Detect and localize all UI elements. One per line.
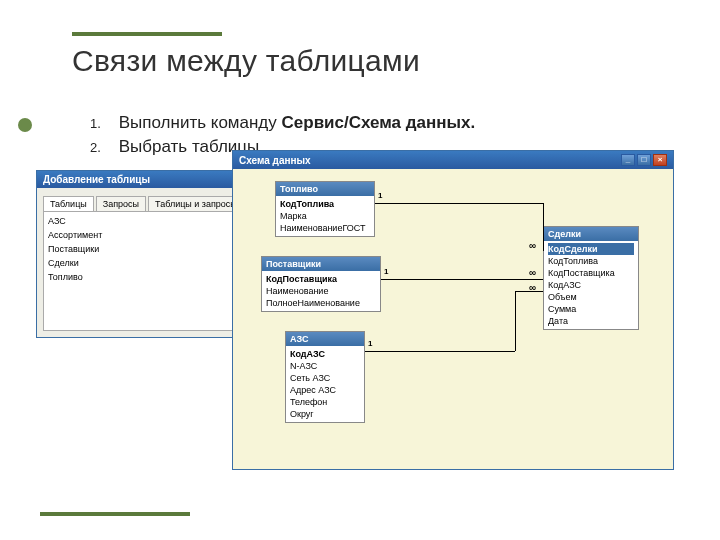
table-header[interactable]: Поставщики bbox=[262, 257, 380, 271]
table-header[interactable]: АЗС bbox=[286, 332, 364, 346]
cardinality-many: ∞ bbox=[529, 282, 536, 293]
table-postavshiki[interactable]: Поставщики КодПоставщика Наименование По… bbox=[261, 256, 381, 312]
field: Сумма bbox=[548, 303, 634, 315]
tab-queries[interactable]: Запросы bbox=[96, 196, 146, 211]
slide: Связи между таблицами 1. Выполнить коман… bbox=[0, 0, 720, 540]
field: Округ bbox=[290, 408, 360, 420]
cardinality-one: 1 bbox=[378, 191, 382, 200]
table-azs[interactable]: АЗС КодАЗС N-АЗС Сеть АЗС Адрес АЗС Теле… bbox=[285, 331, 365, 423]
header-accent bbox=[72, 32, 222, 36]
minimize-button[interactable]: _ bbox=[621, 154, 635, 166]
field: Объем bbox=[548, 291, 634, 303]
relation-line bbox=[375, 203, 543, 204]
table-fields: КодАЗС N-АЗС Сеть АЗС Адрес АЗС Телефон … bbox=[286, 346, 364, 422]
table-sdelki[interactable]: Сделки КодСделки КодТоплива КодПоставщик… bbox=[543, 226, 639, 330]
cardinality-one: 1 bbox=[384, 267, 388, 276]
close-button[interactable]: × bbox=[653, 154, 667, 166]
cardinality-many: ∞ bbox=[529, 240, 536, 251]
table-fields: КодПоставщика Наименование ПолноеНаимено… bbox=[262, 271, 380, 311]
schema-window: Схема данных _ □ × Топливо КодТоплива Ма… bbox=[232, 150, 674, 470]
table-fields: КодСделки КодТоплива КодПоставщика КодАЗ… bbox=[544, 241, 638, 329]
bullet-marker bbox=[18, 118, 32, 132]
field: Телефон bbox=[290, 396, 360, 408]
field: Марка bbox=[280, 210, 370, 222]
field: КодАЗС bbox=[548, 279, 634, 291]
cardinality-many: ∞ bbox=[529, 267, 536, 278]
field: КодПоставщика bbox=[266, 273, 376, 285]
maximize-button[interactable]: □ bbox=[637, 154, 651, 166]
field: Дата bbox=[548, 315, 634, 327]
field: Наименование bbox=[266, 285, 376, 297]
field: КодСделки bbox=[548, 243, 634, 255]
field: КодАЗС bbox=[290, 348, 360, 360]
field: N-АЗС bbox=[290, 360, 360, 372]
slide-title: Связи между таблицами bbox=[72, 44, 420, 78]
list-item: 1. Выполнить команду Сервис/Схема данных… bbox=[90, 113, 475, 133]
tab-both[interactable]: Таблицы и запросы bbox=[148, 196, 244, 211]
table-toplivo[interactable]: Топливо КодТоплива Марка НаименованиеГОС… bbox=[275, 181, 375, 237]
field: ПолноеНаименование bbox=[266, 297, 376, 309]
relation-line bbox=[543, 203, 544, 251]
list-number: 2. bbox=[90, 137, 114, 155]
table-header[interactable]: Топливо bbox=[276, 182, 374, 196]
field: КодПоставщика bbox=[548, 267, 634, 279]
table-fields: КодТоплива Марка НаименованиеГОСТ bbox=[276, 196, 374, 236]
relation-line bbox=[515, 291, 516, 351]
list-number: 1. bbox=[90, 113, 114, 131]
relation-line bbox=[381, 279, 543, 280]
field: КодТоплива bbox=[280, 198, 370, 210]
relation-line bbox=[365, 351, 515, 352]
field: КодТоплива bbox=[548, 255, 634, 267]
list-text: Выполнить команду Сервис/Схема данных. bbox=[119, 113, 476, 133]
window-title-text: Схема данных bbox=[239, 155, 311, 166]
field: НаименованиеГОСТ bbox=[280, 222, 370, 234]
field: Адрес АЗС bbox=[290, 384, 360, 396]
window-titlebar[interactable]: Схема данных _ □ × bbox=[233, 151, 673, 169]
footer-accent bbox=[40, 512, 190, 516]
table-header[interactable]: Сделки bbox=[544, 227, 638, 241]
cardinality-one: 1 bbox=[368, 339, 372, 348]
field: Сеть АЗС bbox=[290, 372, 360, 384]
tab-tables[interactable]: Таблицы bbox=[43, 196, 94, 211]
